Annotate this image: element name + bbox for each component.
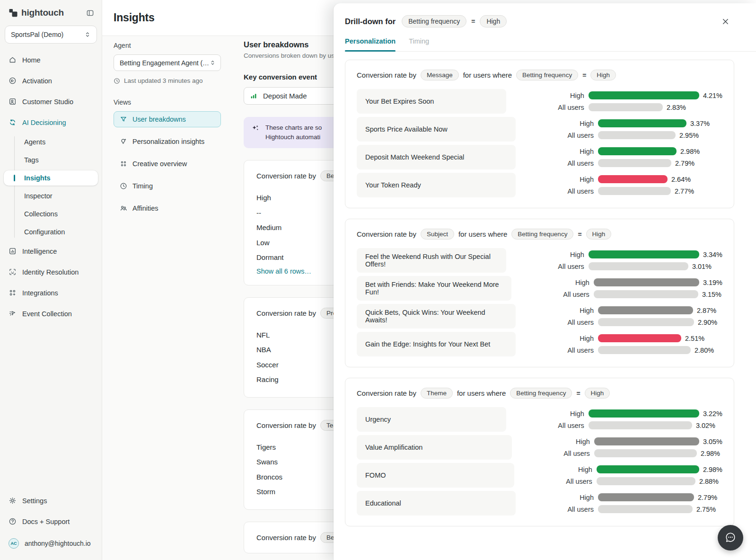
bar (598, 131, 676, 139)
bar (598, 147, 677, 155)
view-label: Timing (132, 182, 153, 190)
sidebar-item-inspector[interactable]: Inspector (4, 188, 98, 204)
view-personalization-insights[interactable]: Personalization insights (114, 133, 221, 150)
sidebar-item-integrations[interactable]: Integrations (4, 286, 98, 300)
user-email: anthony@hightouch.io (25, 540, 91, 547)
series-all-users: All users3.15% (525, 290, 722, 298)
bar (597, 477, 695, 485)
filter-field-pill[interactable]: Betting frequency (516, 70, 578, 80)
view-user-breakdowns[interactable]: User breakdowns (114, 111, 221, 127)
workspace-name: SportsPal (Demo) (11, 31, 63, 38)
view-creative-overview[interactable]: Creative overview (114, 156, 221, 172)
series-high: High3.19% (525, 278, 722, 286)
bar (589, 103, 663, 111)
filter-field-pill[interactable]: Betting frequency (510, 388, 572, 399)
sidebar-item-insights[interactable]: Insights (4, 170, 98, 186)
sidebar-item-customer-studio[interactable]: Customer Studio (4, 95, 98, 108)
tab-personalization[interactable]: Personalization (345, 37, 396, 51)
collapse-sidebar-icon[interactable] (86, 9, 94, 17)
clock-icon (120, 182, 127, 190)
key-conversion-event-value: Deposit Made (263, 92, 307, 100)
agent-selector[interactable]: Betting Engagement Agent (… (114, 54, 221, 71)
series-high: High2.64% (529, 175, 694, 183)
series-high: High3.22% (519, 409, 722, 418)
people-icon (120, 204, 127, 212)
sidebar-item-docs-support[interactable]: Docs + Support (4, 515, 98, 528)
bar (598, 159, 671, 167)
filter-value-pill[interactable]: High (480, 15, 507, 27)
series-high: High2.98% (529, 147, 700, 155)
row-label: Value Amplification (357, 435, 512, 460)
bar (594, 449, 697, 457)
bar (598, 187, 671, 195)
drilldown-card-title: Conversion rate byThemefor users whereBe… (357, 388, 722, 399)
sidebar-item-label: Intelligence (22, 248, 57, 255)
chat-widget-button[interactable] (718, 525, 743, 551)
row-label: Sports Price Available Now (357, 117, 516, 142)
user-account[interactable]: AC anthony@hightouch.io (4, 535, 98, 551)
banner-line-1: These charts are so (265, 123, 322, 133)
sidebar-item-label: Integrations (22, 289, 58, 297)
sidebar-item-label: AI Decisioning (22, 119, 66, 126)
identity-resolution-icon (9, 268, 17, 276)
sidebar-item-settings[interactable]: Settings (4, 494, 98, 507)
view-timing[interactable]: Timing (114, 178, 221, 194)
ai-decisioning-icon (9, 118, 17, 126)
app-window: hightouch SportsPal (Demo) HomeActivatio… (0, 0, 756, 560)
insights-controls: Agent Betting Engagement Agent (… Last u… (114, 36, 232, 222)
sidebar-item-label: Identity Resolution (22, 268, 79, 276)
bar (598, 505, 693, 513)
bar-chart-icon (250, 92, 258, 100)
sidebar-item-identity-resolution[interactable]: Identity Resolution (4, 265, 98, 279)
filter-value-pill[interactable]: High (590, 70, 616, 80)
row-label: FOMO (357, 463, 514, 488)
filter-value-pill[interactable]: High (585, 388, 610, 399)
view-affinities[interactable]: Affinities (114, 200, 221, 216)
dimension-pill[interactable]: Subject (421, 229, 454, 240)
funnel-icon (120, 116, 127, 123)
sidebar-item-label: Event Collection (22, 310, 72, 318)
filter-field-pill[interactable]: Betting frequency (511, 229, 573, 240)
sidebar-item-label: Settings (22, 497, 47, 505)
series-all-users: All users3.01% (519, 262, 722, 270)
view-label: Creative overview (132, 160, 187, 168)
series-all-users: All users2.83% (519, 103, 722, 111)
row-label: Your Bet Expires Soon (357, 89, 506, 114)
series-all-users: All users2.77% (529, 187, 694, 195)
intelligence-icon (9, 247, 17, 255)
filter-value-pill[interactable]: High (586, 229, 612, 240)
close-drawer-button[interactable] (720, 16, 731, 27)
sidebar-item-collections[interactable]: Collections (4, 206, 98, 222)
drilldown-row: Feel the Weekend Rush with Our Special O… (357, 248, 722, 273)
workspace-selector[interactable]: SportsPal (Demo) (5, 26, 97, 44)
help-icon (9, 517, 17, 525)
sidebar-item-activation[interactable]: Activation (4, 74, 98, 88)
filter-field-pill[interactable]: Betting frequency (402, 15, 466, 27)
drilldown-card-subject: Conversion rate bySubjectfor users where… (345, 219, 734, 367)
row-label: Educational (357, 491, 516, 516)
bar (589, 421, 692, 429)
agent-label: Agent (114, 42, 232, 49)
bar (598, 493, 694, 501)
sidebar-item-event-collection[interactable]: Event Collection (4, 307, 98, 320)
hightouch-logo: hightouch (9, 8, 64, 18)
gear-icon (9, 497, 17, 505)
drilldown-row: Your Bet Expires SoonHigh4.21%All users2… (357, 89, 722, 114)
bar (589, 250, 699, 258)
sidebar-item-home[interactable]: Home (4, 53, 98, 67)
chat-bubble-icon (724, 532, 737, 544)
dimension-pill[interactable]: Message (421, 70, 459, 80)
drilldown-row: Value AmplificationHigh3.05%All users2.9… (357, 435, 722, 460)
drilldown-row: Sports Price Available NowHigh3.37%All u… (357, 117, 722, 142)
series-all-users: All users2.95% (529, 131, 710, 139)
sidebar-item-agents[interactable]: Agents (4, 134, 98, 150)
sidebar-item-intelligence[interactable]: Intelligence (4, 244, 98, 258)
sidebar-item-configuration[interactable]: Configuration (4, 224, 98, 240)
sidebar-item-tags[interactable]: Tags (4, 152, 98, 168)
bar (597, 465, 699, 473)
drill-down-drawer: Drill-down for Betting frequency = High … (334, 3, 756, 560)
drilldown-row: EducationalHigh2.79%All users2.75% (357, 491, 722, 516)
dimension-pill[interactable]: Theme (421, 388, 453, 399)
sidebar-item-ai-decisioning[interactable]: AI Decisioning (4, 116, 98, 129)
tab-timing[interactable]: Timing (409, 37, 429, 51)
